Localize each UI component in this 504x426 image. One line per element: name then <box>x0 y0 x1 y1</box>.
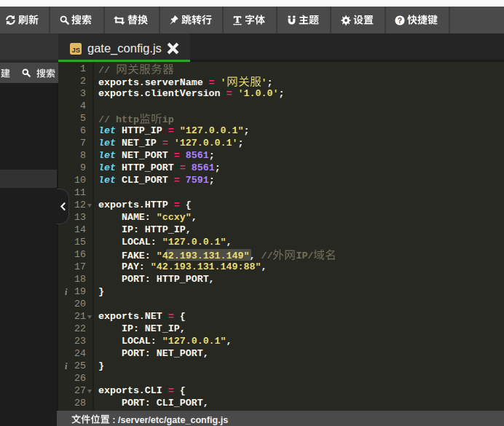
svg-text:JS: JS <box>71 46 79 54</box>
svg-text:?: ? <box>398 16 402 24</box>
